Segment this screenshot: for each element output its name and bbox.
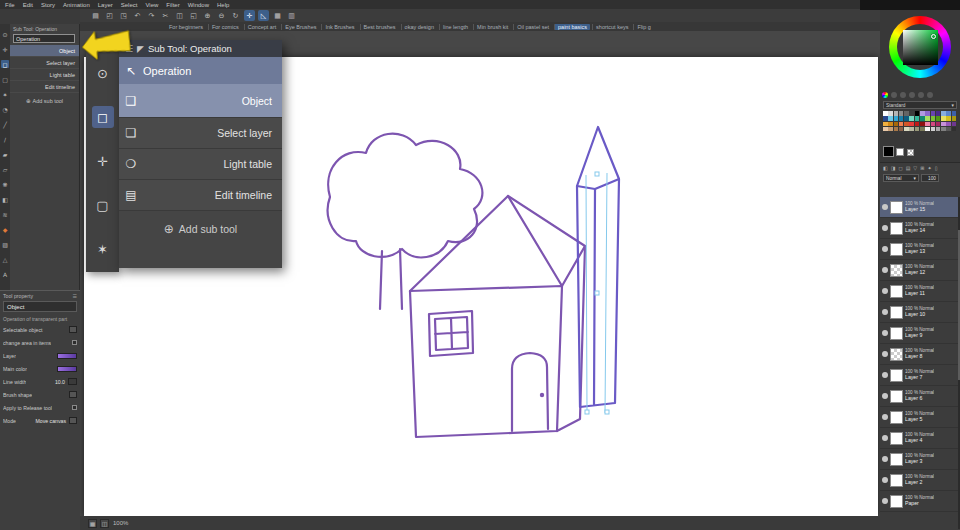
Layer 2[interactable]: 100 % Normal Layer 2: [880, 470, 958, 491]
decoration-tool-icon[interactable]: ❋: [1, 180, 9, 188]
layer-thumbnail[interactable]: [890, 264, 903, 277]
layer-visibility-icon[interactable]: [882, 435, 888, 441]
intermediate-color-icon[interactable]: [909, 92, 915, 98]
tool-property-row[interactable]: change area in items: [0, 336, 80, 349]
quick-access-item[interactable]: Flip g: [633, 24, 653, 30]
menu-item[interactable]: Select: [121, 2, 138, 8]
menu-item[interactable]: Edit: [23, 2, 33, 8]
layer-visibility-icon[interactable]: [882, 246, 888, 252]
color-swatch[interactable]: [920, 111, 925, 116]
layer-thumbnail[interactable]: [890, 432, 903, 445]
Layer 7[interactable]: 100 % Normal Layer 7: [880, 365, 958, 386]
zoom-tool-icon[interactable]: ⊙: [1, 30, 9, 38]
color-swatch[interactable]: [883, 111, 888, 116]
color-cursor[interactable]: [931, 34, 936, 39]
subtool-light-table[interactable]: ❍ Light table: [119, 149, 282, 180]
tool-property-control[interactable]: [69, 326, 77, 333]
layer-visibility-icon[interactable]: [882, 204, 888, 210]
layer-opacity-field[interactable]: 100: [921, 174, 939, 182]
new-layer-icon[interactable]: ◻: [898, 165, 902, 171]
color-swatch[interactable]: [952, 122, 957, 127]
menu-item[interactable]: File: [5, 2, 15, 8]
layer-visibility-icon[interactable]: [882, 288, 888, 294]
subtool-edit-timeline[interactable]: ▤ Edit timeline: [119, 180, 282, 211]
quick-access-item[interactable]: okay design: [401, 24, 437, 30]
color-swatch[interactable]: [888, 116, 893, 121]
Layer 6[interactable]: 100 % Normal Layer 6: [880, 386, 958, 407]
color-swatch[interactable]: [899, 111, 904, 116]
delete-layer-icon[interactable]: ▯: [935, 165, 938, 171]
quick-access-item[interactable]: paint basics: [554, 24, 590, 30]
auto-select-tool-icon[interactable]: ✶: [92, 238, 114, 260]
color-swatch[interactable]: [931, 111, 936, 116]
layer-thumbnail[interactable]: [890, 201, 903, 214]
menu-item[interactable]: Animation: [63, 2, 90, 8]
snap-ruler-icon[interactable]: ✛: [244, 10, 255, 21]
color-swatch[interactable]: [925, 127, 930, 132]
Layer 15[interactable]: 100 % Normal Layer 15: [880, 197, 958, 218]
color-swatch[interactable]: [952, 127, 957, 132]
layer-visibility-icon[interactable]: [882, 414, 888, 420]
Layer 11[interactable]: 100 % Normal Layer 11: [880, 281, 958, 302]
paste-icon[interactable]: ◱: [188, 10, 199, 21]
gradient-tool-icon[interactable]: ▨: [1, 240, 9, 248]
undo-icon[interactable]: ↶: [132, 10, 143, 21]
layer-visibility-icon[interactable]: [882, 393, 888, 399]
color-set-icon[interactable]: [900, 92, 906, 98]
color-swatch[interactable]: [904, 116, 909, 121]
zoom-tool-icon[interactable]: ⊙: [92, 62, 114, 84]
main-color-chip[interactable]: [883, 146, 894, 157]
color-swatch[interactable]: [909, 116, 914, 121]
eraser-tool-icon[interactable]: ◧: [1, 195, 9, 203]
figure-tool-icon[interactable]: △: [1, 255, 9, 263]
pen-tool-icon[interactable]: ╱: [1, 120, 9, 128]
color-swatch[interactable]: [946, 122, 951, 127]
Layer 12[interactable]: 100 % Normal Layer 12: [880, 260, 958, 281]
color-swatch[interactable]: [904, 127, 909, 132]
color-swatch[interactable]: [888, 111, 893, 116]
snap-special-ruler-icon[interactable]: ◺: [258, 10, 269, 21]
tool-property-control[interactable]: [72, 405, 77, 410]
layer-thumbnail[interactable]: [890, 306, 903, 319]
color-swatch[interactable]: [894, 127, 899, 132]
tool-property-row[interactable]: Layer: [0, 349, 80, 362]
tool-property-row[interactable]: Main color: [0, 362, 80, 375]
layer-palette-icon[interactable]: ◧: [883, 165, 888, 171]
color-swatch[interactable]: [894, 122, 899, 127]
color-set-selector[interactable]: Standard ▾: [883, 101, 957, 109]
subtool-select-layer[interactable]: ❏ Select layer: [119, 118, 282, 149]
snap-grid-icon[interactable]: ▦: [272, 10, 283, 21]
color-swatch[interactable]: [883, 127, 888, 132]
color-swatch[interactable]: [920, 116, 925, 121]
zoom-in-icon[interactable]: ⊕: [202, 10, 213, 21]
color-swatch[interactable]: [899, 116, 904, 121]
color-swatch[interactable]: [920, 122, 925, 127]
blend-tool-icon[interactable]: ≋: [1, 210, 9, 218]
zoom-out-icon[interactable]: ⊖: [216, 10, 227, 21]
save-icon[interactable]: ◳: [118, 10, 129, 21]
operation-tool-icon[interactable]: ◻: [1, 60, 9, 68]
material-icon[interactable]: ▥: [286, 10, 297, 21]
panel-menu-icon[interactable]: ☰: [73, 293, 77, 299]
quick-access-item[interactable]: Eye Brushes: [281, 24, 319, 30]
docked-add-subtool-button[interactable]: ⊕ Add sub tool: [10, 95, 79, 107]
tool-property-row[interactable]: Apply to Release tool: [0, 401, 80, 414]
zoom-level[interactable]: 100%: [113, 520, 128, 526]
color-swatch[interactable]: [936, 116, 941, 121]
Layer 8[interactable]: 100 % Normal Layer 8: [880, 344, 958, 365]
eyedropper-tool-icon[interactable]: ◔: [1, 105, 9, 113]
docked-subtool-item[interactable]: Edit timeline: [10, 81, 79, 93]
cut-icon[interactable]: ✂: [160, 10, 171, 21]
subtool-window-header[interactable]: ☰ ◤ Sub Tool: Operation: [119, 40, 282, 57]
color-swatch[interactable]: [946, 127, 951, 132]
tool-property-row[interactable]: Brush shape: [0, 388, 80, 401]
color-swatch[interactable]: [899, 122, 904, 127]
color-swatch[interactable]: [894, 111, 899, 116]
tool-property-row[interactable]: Line width 10.0: [0, 375, 80, 388]
menu-item[interactable]: Story: [41, 2, 55, 8]
transparent-color-chip[interactable]: [907, 149, 914, 156]
quick-access-item[interactable]: shortcut keys: [592, 24, 631, 30]
tool-property-control[interactable]: [68, 378, 77, 385]
layer-visibility-icon[interactable]: [882, 267, 888, 273]
tool-property-control[interactable]: [69, 391, 77, 398]
